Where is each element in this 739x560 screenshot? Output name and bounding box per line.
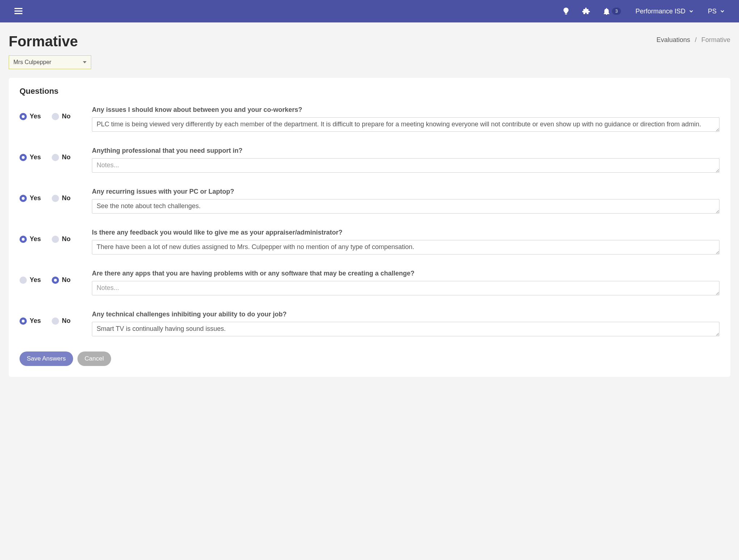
hamburger-icon bbox=[14, 8, 22, 14]
notes-input[interactable] bbox=[92, 281, 719, 295]
radio-circle bbox=[52, 154, 59, 161]
yes-label: Yes bbox=[30, 235, 41, 243]
card-title: Questions bbox=[20, 87, 719, 96]
cancel-button[interactable]: Cancel bbox=[77, 351, 111, 366]
no-radio[interactable]: No bbox=[52, 235, 71, 243]
button-row: Save Answers Cancel bbox=[20, 351, 719, 366]
yes-label: Yes bbox=[30, 153, 41, 161]
question-prompt: Any issues I should know about between y… bbox=[92, 106, 719, 114]
yes-radio[interactable]: Yes bbox=[20, 194, 41, 202]
question-prompt: Any recurring issues with your PC or Lap… bbox=[92, 188, 719, 195]
question-prompt: Anything professional that you need supp… bbox=[92, 147, 719, 155]
yes-radio[interactable]: Yes bbox=[20, 235, 41, 243]
question-row: YesNoIs there any feedback you would lik… bbox=[20, 229, 719, 256]
no-radio[interactable]: No bbox=[52, 113, 71, 120]
question-body: Are there any apps that you are having p… bbox=[92, 270, 719, 297]
notifications-button[interactable]: 3 bbox=[603, 8, 621, 15]
yes-label: Yes bbox=[30, 276, 41, 284]
caret-down-icon bbox=[83, 61, 86, 63]
no-label: No bbox=[62, 276, 71, 284]
radio-circle bbox=[20, 277, 27, 284]
question-prompt: Are there any apps that you are having p… bbox=[92, 270, 719, 277]
question-body: Any issues I should know about between y… bbox=[92, 106, 719, 133]
breadcrumb: Evaluations / Formative bbox=[656, 36, 730, 44]
no-label: No bbox=[62, 194, 71, 202]
no-label: No bbox=[62, 235, 71, 243]
yes-radio[interactable]: Yes bbox=[20, 276, 41, 284]
breadcrumb-separator: / bbox=[695, 36, 697, 43]
question-row: YesNoAny issues I should know about betw… bbox=[20, 106, 719, 133]
org-dropdown[interactable]: Performance ISD bbox=[635, 8, 693, 15]
question-prompt: Is there any feedback you would like to … bbox=[92, 229, 719, 236]
yes-no-group: YesNo bbox=[20, 311, 77, 338]
page-title-block: Formative bbox=[9, 33, 78, 50]
no-radio[interactable]: No bbox=[52, 194, 71, 202]
question-row: YesNoAre there any apps that you are hav… bbox=[20, 270, 719, 297]
app-header: 3 Performance ISD PS bbox=[0, 0, 739, 22]
no-label: No bbox=[62, 317, 71, 325]
puzzle-button[interactable] bbox=[582, 7, 590, 15]
yes-no-group: YesNo bbox=[20, 106, 77, 133]
chevron-down-icon bbox=[720, 9, 725, 13]
menu-button[interactable] bbox=[14, 8, 22, 14]
svg-rect-1 bbox=[14, 10, 22, 12]
radio-circle bbox=[52, 277, 59, 284]
breadcrumb-current: Formative bbox=[701, 36, 730, 43]
save-button[interactable]: Save Answers bbox=[20, 351, 73, 366]
radio-circle bbox=[20, 317, 27, 325]
radio-circle bbox=[20, 113, 27, 120]
yes-no-group: YesNo bbox=[20, 229, 77, 256]
radio-circle bbox=[20, 236, 27, 243]
bell-icon bbox=[603, 8, 610, 15]
radio-circle bbox=[52, 317, 59, 325]
user-label: PS bbox=[708, 8, 717, 15]
no-label: No bbox=[62, 153, 71, 161]
question-body: Any technical challenges inhibiting your… bbox=[92, 311, 719, 338]
org-label: Performance ISD bbox=[635, 8, 685, 15]
notes-input[interactable] bbox=[92, 199, 719, 214]
page-title: Formative bbox=[9, 33, 78, 50]
questions-card: Questions YesNoAny issues I should know … bbox=[9, 78, 730, 377]
radio-circle bbox=[52, 113, 59, 120]
question-body: Any recurring issues with your PC or Lap… bbox=[92, 188, 719, 215]
question-row: YesNoAny technical challenges inhibiting… bbox=[20, 311, 719, 338]
user-dropdown[interactable]: PS bbox=[708, 8, 725, 15]
radio-circle bbox=[20, 154, 27, 161]
header-icon-group: 3 bbox=[563, 7, 621, 15]
radio-circle bbox=[52, 236, 59, 243]
question-body: Is there any feedback you would like to … bbox=[92, 229, 719, 256]
notes-input[interactable] bbox=[92, 117, 719, 132]
chevron-down-icon bbox=[689, 9, 693, 13]
notes-input[interactable] bbox=[92, 158, 719, 173]
no-radio[interactable]: No bbox=[52, 317, 71, 325]
person-select-wrap: Mrs Culpepper bbox=[9, 55, 730, 69]
question-row: YesNoAnything professional that you need… bbox=[20, 147, 719, 174]
page-heading-row: Formative Evaluations / Formative bbox=[0, 22, 739, 53]
no-radio[interactable]: No bbox=[52, 276, 71, 284]
question-prompt: Any technical challenges inhibiting your… bbox=[92, 311, 719, 318]
person-select-value: Mrs Culpepper bbox=[13, 59, 51, 66]
svg-rect-3 bbox=[565, 14, 567, 14]
lightbulb-icon bbox=[563, 7, 569, 15]
svg-rect-0 bbox=[14, 8, 22, 9]
puzzle-icon bbox=[582, 7, 590, 15]
notes-input[interactable] bbox=[92, 240, 719, 254]
yes-radio[interactable]: Yes bbox=[20, 153, 41, 161]
yes-label: Yes bbox=[30, 194, 41, 202]
radio-circle bbox=[52, 195, 59, 202]
question-row: YesNoAny recurring issues with your PC o… bbox=[20, 188, 719, 215]
yes-no-group: YesNo bbox=[20, 147, 77, 174]
lightbulb-button[interactable] bbox=[563, 7, 569, 15]
no-radio[interactable]: No bbox=[52, 153, 71, 161]
breadcrumb-parent[interactable]: Evaluations bbox=[656, 36, 690, 43]
svg-rect-2 bbox=[14, 13, 22, 14]
yes-radio[interactable]: Yes bbox=[20, 113, 41, 120]
notification-badge: 3 bbox=[612, 8, 621, 15]
yes-radio[interactable]: Yes bbox=[20, 317, 41, 325]
questions-list: YesNoAny issues I should know about betw… bbox=[20, 106, 719, 338]
radio-circle bbox=[20, 195, 27, 202]
person-select[interactable]: Mrs Culpepper bbox=[9, 55, 91, 69]
notes-input[interactable] bbox=[92, 322, 719, 336]
yes-label: Yes bbox=[30, 113, 41, 120]
yes-no-group: YesNo bbox=[20, 270, 77, 297]
